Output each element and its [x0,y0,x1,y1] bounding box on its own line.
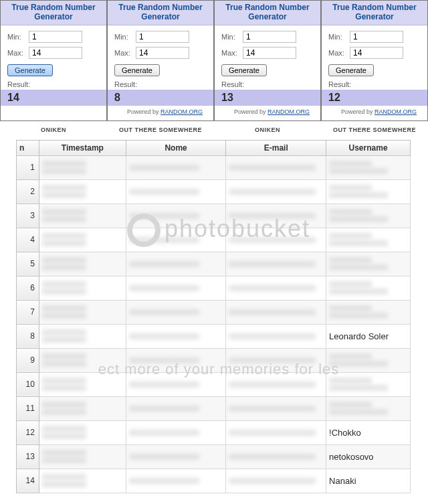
row-number: 9 [17,348,39,372]
cell-timestamp [39,348,126,372]
powered-by: Powered by RANDOM.ORG [114,107,207,116]
generate-button[interactable]: Generate [7,64,53,76]
table-row: 7 [17,300,411,324]
generate-button[interactable]: Generate [114,64,160,76]
min-label: Min: [328,33,350,41]
cell-nome [126,276,226,300]
max-input[interactable] [350,47,403,59]
table-row: 3 [17,203,411,228]
cell-username: Nanaki [326,469,411,493]
result-value: 13 [215,90,320,106]
cell-nome [126,179,226,203]
cell-email [226,469,326,493]
powered-by: Powered by RANDOM.ORG [221,107,314,116]
col-header-username: Username [326,140,411,155]
cell-username [326,155,411,179]
cell-nome [126,252,226,276]
row-number: 8 [17,324,39,348]
max-input[interactable] [29,47,82,59]
cell-email [226,252,326,276]
cell-timestamp [39,300,126,324]
results-table: n Timestamp Nome E-mail Username 1 2 3 4… [16,140,411,493]
cell-email [226,372,326,396]
table-row: 9 [17,348,411,372]
min-input[interactable] [243,31,296,43]
result-value: 14 [1,90,106,106]
rng-widget: True Random Number Generator Min: Max: G… [321,0,428,121]
cell-username [326,252,411,276]
max-input[interactable] [136,47,189,59]
cell-timestamp [39,252,126,276]
random-org-link[interactable]: RANDOM.ORG [268,108,310,115]
generate-button[interactable]: Generate [221,64,267,76]
row-number: 2 [17,179,39,203]
max-label: Max: [328,49,350,57]
cell-username [326,372,411,396]
rng-widget: True Random Number Generator Min: Max: G… [107,0,214,121]
cell-username: Leonardo Soler [326,324,411,348]
cell-email [226,179,326,203]
cell-username [326,396,411,420]
col-header-n: n [17,140,39,155]
cell-email [226,300,326,324]
min-label: Min: [221,33,243,41]
min-label: Min: [114,33,136,41]
row-number: 6 [17,276,39,300]
row-number: 1 [17,155,39,179]
cell-email [226,228,326,252]
random-org-link[interactable]: RANDOM.ORG [160,108,203,115]
min-input[interactable] [29,31,82,43]
cell-timestamp [39,324,126,348]
rng-widget: True Random Number Generator Min: Max: G… [214,0,321,121]
random-org-link[interactable]: RANDOM.ORG [374,108,417,115]
cell-nome [126,324,226,348]
cell-timestamp [39,276,126,300]
prize-label: OUT THERE SOMEWHERE [321,121,428,140]
cell-username: netokosovo [326,444,411,469]
row-number: 13 [17,444,39,469]
row-number: 11 [17,396,39,420]
cell-timestamp [39,203,126,228]
cell-nome [126,420,226,444]
result-label: Result: [114,80,207,88]
result-value: 8 [108,90,213,106]
generate-button[interactable]: Generate [328,64,374,76]
table-row: 8 Leonardo Soler [17,324,411,348]
table-row: 12 !Chokko [17,420,411,444]
cell-nome [126,155,226,179]
table-row: 6 [17,276,411,300]
max-label: Max: [114,49,136,57]
row-number: 5 [17,252,39,276]
min-input[interactable] [136,31,189,43]
cell-email [226,348,326,372]
min-input[interactable] [350,31,403,43]
col-header-timestamp: Timestamp [39,140,126,155]
row-number: 3 [17,203,39,228]
max-input[interactable] [243,47,296,59]
cell-email [226,420,326,444]
table-row: 4 [17,228,411,252]
cell-timestamp [39,469,126,493]
cell-nome [126,348,226,372]
row-number: 10 [17,372,39,396]
cell-timestamp [39,396,126,420]
cell-timestamp [39,179,126,203]
cell-email [226,396,326,420]
row-number: 4 [17,228,39,252]
rng-title: True Random Number Generator [322,1,427,25]
cell-nome [126,396,226,420]
powered-by: Powered by RANDOM.ORG [328,107,421,116]
table-header-row: n Timestamp Nome E-mail Username [17,140,411,155]
row-number: 14 [17,469,39,493]
cell-username [326,228,411,252]
cell-email [226,155,326,179]
cell-username: !Chokko [326,420,411,444]
cell-username [326,203,411,228]
cell-timestamp [39,228,126,252]
cell-nome [126,372,226,396]
cell-nome [126,444,226,469]
row-number: 12 [17,420,39,444]
cell-timestamp [39,372,126,396]
min-label: Min: [7,33,29,41]
cell-username [326,179,411,203]
